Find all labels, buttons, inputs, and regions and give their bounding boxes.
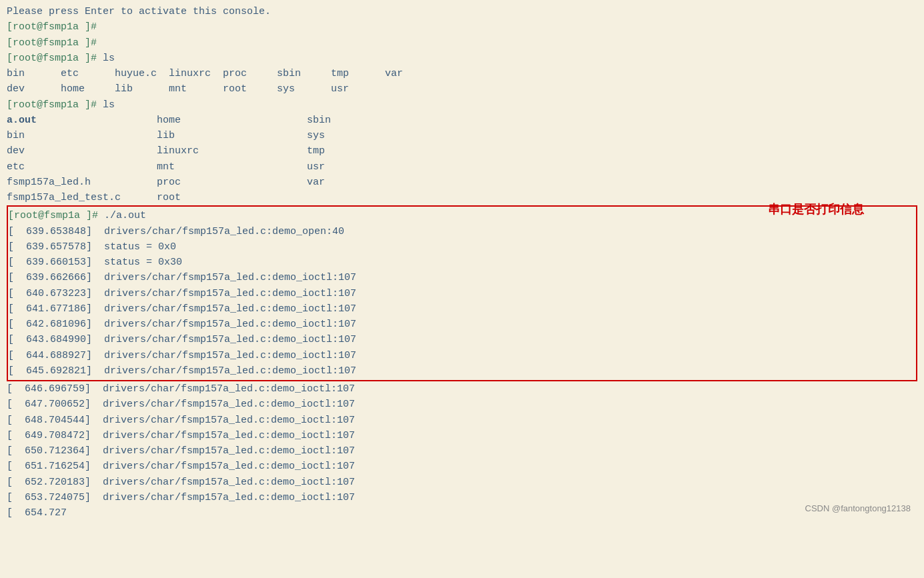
boxed-line-6: [ 642.681096] drivers/char/fsmp157a_led.…	[8, 317, 916, 332]
prompt-line-2: [root@fsmp1a ]#	[7, 35, 917, 51]
boxed-line-0: [ 639.653848] drivers/char/fsmp157a_led.…	[8, 224, 916, 239]
after-line-1: [ 648.704544] drivers/char/fsmp157a_led.…	[7, 413, 917, 428]
boxed-line-1: [ 639.657578] status = 0x0	[8, 239, 916, 255]
last-partial-line: [ 654.727	[7, 505, 917, 521]
boxed-line-9: [ 645.692821] drivers/char/fsmp157a_led.…	[8, 363, 916, 379]
after-line-5: [ 652.720183] drivers/char/fsmp157a_led.…	[7, 475, 917, 490]
after-line-4: [ 651.716254] drivers/char/fsmp157a_led.…	[7, 459, 917, 474]
after-line-6: [ 653.724075] drivers/char/fsmp157a_led.…	[7, 490, 917, 505]
ls2-row-4: etc mnt usr	[7, 159, 917, 175]
after-line-0: [ 647.700652] drivers/char/fsmp157a_led.…	[7, 397, 917, 412]
ls-cmd-2: [root@fsmp1a ]# ls	[7, 97, 917, 113]
terminal-window: Please press Enter to activate this cons…	[7, 4, 917, 521]
boxed-line-8: [ 644.688927] drivers/char/fsmp157a_led.…	[8, 348, 916, 363]
run-cmd-line: [root@fsmp1a ]# ./a.out	[8, 208, 916, 223]
after-line-2: [ 649.708472] drivers/char/fsmp157a_led.…	[7, 428, 917, 443]
boxed-line-4: [ 640.673223] drivers/char/fsmp157a_led.…	[8, 286, 916, 301]
prompt-5: [root@fsmp1a ]#	[8, 210, 104, 221]
ls-row-1: bin etc huyue.c linuxrc proc sbin tmp va…	[7, 66, 917, 81]
ls-row-2: dev home lib mnt root sys usr	[7, 81, 917, 97]
prompt-3: [root@fsmp1a ]#	[7, 53, 103, 64]
prompt-line-1: [root@fsmp1a ]#	[7, 19, 917, 35]
prompt-1: [root@fsmp1a ]#	[7, 21, 103, 33]
header-line: Please press Enter to activate this cons…	[7, 4, 917, 19]
boxed-line-7: [ 643.684990] drivers/char/fsmp157a_led.…	[8, 332, 916, 347]
prompt-2: [root@fsmp1a ]#	[7, 37, 103, 49]
watermark: CSDN @fantongtong12138	[805, 502, 911, 515]
boxed-line-5: [ 641.677186] drivers/char/fsmp157a_led.…	[8, 301, 916, 317]
highlighted-output-box: [root@fsmp1a ]# ./a.out [ 639.653848] dr…	[7, 205, 917, 381]
partial-line: [ 646.696759] drivers/char/fsmp157a_led.…	[7, 381, 917, 397]
ls2-row-1: a.out home sbin	[7, 113, 917, 128]
boxed-line-2: [ 639.660153] status = 0x30	[8, 255, 916, 270]
ls2-row-5: fsmp157a_led.h proc var	[7, 175, 917, 190]
after-line-3: [ 650.712364] drivers/char/fsmp157a_led.…	[7, 443, 917, 459]
ls2-row-3: dev linuxrc tmp	[7, 143, 917, 159]
boxed-line-3: [ 639.662666] drivers/char/fsmp157a_led.…	[8, 270, 916, 285]
ls2-row-2: bin lib sys	[7, 128, 917, 143]
ls-cmd-1: [root@fsmp1a ]# ls	[7, 51, 917, 66]
prompt-4: [root@fsmp1a ]#	[7, 99, 103, 111]
